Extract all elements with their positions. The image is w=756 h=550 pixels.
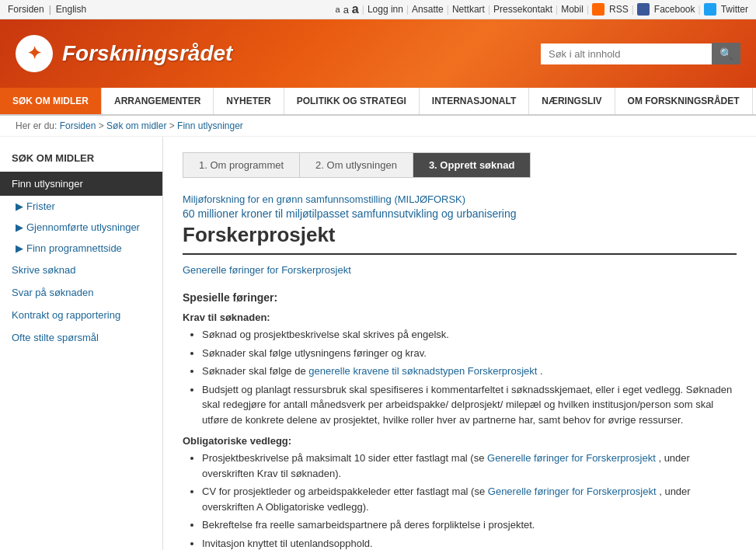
nav-om-forskningsradet[interactable]: OM FORSKNINGSRÅDET [615,88,753,114]
step-2[interactable]: 2. Om utlysningen [299,152,413,178]
program-link[interactable]: Miljøforskning for en grønn samfunnsomst… [183,193,465,205]
logo-icon: ✦ [16,35,53,72]
list-item: Søknader skal følge utlysningens føringe… [202,346,737,361]
main-content: 1. Om programmet 2. Om utlysningen 3. Op… [163,137,756,550]
sidebar-item-ofte-stilte[interactable]: Ofte stilte spørsmål [0,326,162,349]
breadcrumb-finn-utlysninger[interactable]: Finn utlysninger [177,120,243,131]
logg-inn-link[interactable]: Logg inn [368,4,403,15]
sep1: | [49,4,51,15]
sidebar-item-finn-programnettside[interactable]: ▶ Finn programnettside [0,238,162,259]
nettkart-link[interactable]: Nettkart [452,4,485,15]
search-area: 🔍 [541,43,740,64]
sidebar-item-kontrakt[interactable]: Kontrakt og rapportering [0,304,162,326]
krav-heading: Krav til søknaden: [183,312,737,323]
main-nav: SØK OM MIDLER ARRANGEMENTER NYHETER POLI… [0,88,756,116]
sidebar-item-svar[interactable]: Svar på søknaden [0,281,162,304]
steps-bar: 1. Om programmet 2. Om utlysningen 3. Op… [183,152,737,178]
sidebar-item-label: Finn utlysninger [12,178,83,190]
program-subtitle-link[interactable]: 60 millioner kroner til miljøtilpasset s… [183,207,737,220]
sidebar: SØK OM MIDLER Finn utlysninger ▶ Frister… [0,137,163,550]
arrow-icon: ▶ [16,200,23,212]
twitter-link[interactable]: Twitter [721,4,748,15]
site-header: ✦ Forskningsrådet 🔍 [0,19,756,88]
nav-nyheter[interactable]: NYHETER [214,88,284,114]
font-large[interactable]: a [352,2,359,16]
ansatte-link[interactable]: Ansatte [412,4,444,15]
content-wrapper: SØK OM MIDLER Finn utlysninger ▶ Frister… [0,137,756,550]
facebook-link[interactable]: Facebook [654,4,695,15]
logo-text: Forskningsrådet [62,41,232,66]
top-bar: Forsiden | English a a a | Logg inn | An… [0,0,756,19]
top-bar-left: Forsiden | English [8,4,86,15]
search-button[interactable]: 🔍 [712,43,740,64]
special-heading: Spesielle føringer: [183,291,737,304]
arrow-icon: ▶ [16,242,23,254]
sidebar-item-label: Frister [26,200,55,212]
font-small[interactable]: a [336,5,340,14]
inline-krav-link[interactable]: generelle kravene til søknadstypen Forsk… [308,365,537,377]
sidebar-item-gjennomforte[interactable]: ▶ Gjennomførte utlysninger [0,217,162,238]
list-item: Søknad og prosjektbeskrivelse skal skriv… [202,327,737,343]
sidebar-item-label: Finn programnettside [26,242,122,254]
list-item: Søknader skal følge de generelle kravene… [202,364,737,379]
step-3[interactable]: 3. Opprett søknad [413,152,531,178]
list-item: Budsjett og planlagt ressursbruk skal sp… [202,382,737,428]
inline-generelle-link-2[interactable]: Generelle føringer for Forskerprosjekt [488,486,657,497]
sidebar-item-skrive-soknad[interactable]: Skrive søknad [0,259,162,281]
step-1[interactable]: 1. Om programmet [183,152,299,178]
list-item: CV for prosjektleder og arbeidspakkelede… [202,484,737,514]
breadcrumb-sok-om-midler[interactable]: Søk om midler [106,120,166,131]
top-bar-right: a a a | Logg inn | Ansatte | Nettkart | … [336,2,749,16]
obligatoriske-heading: Obligatoriske vedlegg: [183,435,737,447]
breadcrumb-forsiden[interactable]: Forsiden [60,120,96,131]
krav-list: Søknad og prosjektbeskrivelse skal skriv… [202,327,737,427]
list-item: Invitasjon knyttet til utenlandsopphold. [202,536,737,551]
sidebar-item-label: Gjennomførte utlysninger [26,221,140,233]
inline-generelle-link-1[interactable]: Generelle føringer for Forskerprosjekt [487,452,656,464]
sidebar-item-frister[interactable]: ▶ Frister [0,196,162,217]
facebook-icon [637,3,650,16]
logo-area: ✦ Forskningsrådet [16,35,232,72]
nav-arrangementer[interactable]: ARRANGEMENTER [102,88,214,114]
pressekontakt-link[interactable]: Pressekontakt [493,4,552,15]
page-title: Forskerprosjekt [183,223,737,255]
nav-politikk[interactable]: POLITIKK OG STRATEGI [284,88,420,114]
general-foringer-link[interactable]: Generelle føringer for Forskerprosjekt [183,264,351,276]
rss-icon [592,3,604,16]
sidebar-title: SØK OM MIDLER [0,148,162,172]
list-item: Bekreftelse fra reelle samarbeidspartner… [202,517,737,533]
rss-link[interactable]: RSS [609,4,629,15]
font-medium[interactable]: a [343,4,349,16]
list-item: Prosjektbeskrivelse på maksimalt 10 side… [202,451,737,481]
forsiden-link[interactable]: Forsiden [8,4,44,15]
obligatoriske-list: Prosjektbeskrivelse på maksimalt 10 side… [202,451,737,550]
breadcrumb: Her er du: Forsiden > Søk om midler > Fi… [0,116,756,137]
english-link[interactable]: English [56,4,86,15]
twitter-icon [704,3,716,16]
mobil-link[interactable]: Mobil [561,4,584,15]
nav-sok-om-midler[interactable]: SØK OM MIDLER [0,88,102,114]
sidebar-item-finn-utlysninger[interactable]: Finn utlysninger [0,172,162,196]
search-input[interactable] [541,44,712,64]
breadcrumb-text: Her er du: [16,120,60,131]
arrow-icon: ▶ [16,221,23,233]
nav-internasjonalt[interactable]: INTERNASJONALT [420,88,529,114]
nav-naringsliv[interactable]: NÆRINGSLIV [529,88,615,114]
